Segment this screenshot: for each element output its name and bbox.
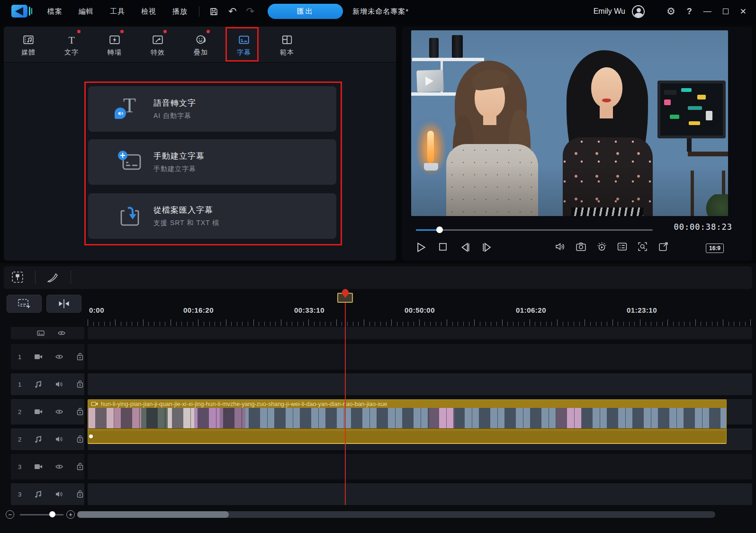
track-lane[interactable]: [88, 454, 752, 479]
mute-toggle-icon[interactable]: [55, 380, 63, 388]
ruler-tick: [546, 322, 547, 326]
ruler-tick: [160, 322, 160, 326]
tab-overlay[interactable]: 疊加: [184, 27, 218, 62]
track-header[interactable]: 3: [11, 483, 84, 505]
tab-templates[interactable]: 範本: [270, 27, 304, 62]
ruler-tick: [148, 322, 149, 326]
tab-effects[interactable]: 特效: [141, 27, 175, 62]
menu-play[interactable]: 播放: [172, 7, 188, 16]
import-file-icon: [116, 204, 147, 228]
ruler-tick: [369, 322, 370, 326]
detach-preview-icon[interactable]: [657, 241, 669, 253]
audio-envelope-point[interactable]: [89, 434, 93, 438]
lock-toggle-icon[interactable]: [76, 380, 84, 388]
app-window: 檔案 編輯 工具 檢視 播放 ↶ ↷ 匯出 新增未命名專案* Emily Wu …: [0, 0, 756, 533]
mute-toggle-icon[interactable]: [55, 490, 63, 498]
new-badge-dot: [77, 30, 81, 33]
progress-handle[interactable]: [436, 226, 443, 233]
tab-transitions[interactable]: 轉場: [98, 27, 132, 62]
split-clip-button[interactable]: [46, 295, 81, 313]
track-row-subtitle: [11, 327, 752, 339]
track-marker-tool[interactable]: [10, 270, 25, 284]
timeline-clip[interactable]: hun-li-ying-pian-jian-ji-quan-jie-xi-xi-…: [88, 399, 727, 444]
visibility-toggle-icon[interactable]: [57, 329, 66, 337]
option-import-subtitle[interactable]: 從檔案匯入字幕 支援 SRT 和 TXT 檔: [88, 193, 336, 239]
track-lane[interactable]: [88, 327, 752, 339]
track-header[interactable]: 3: [11, 454, 84, 479]
redo-button[interactable]: ↷: [245, 6, 256, 17]
tab-media[interactable]: 媒體: [11, 27, 45, 62]
user-name[interactable]: Emily Wu: [594, 7, 625, 16]
track-header[interactable]: [11, 327, 84, 339]
snapshot-icon[interactable]: [575, 241, 587, 253]
option-manual-subtitle[interactable]: 手動建立字幕 手動建立字幕: [88, 139, 336, 185]
play-button[interactable]: [414, 241, 427, 254]
ruler-tick: [165, 322, 165, 326]
help-icon[interactable]: ?: [687, 7, 692, 17]
save-button[interactable]: [208, 6, 220, 18]
timeline-scrollbar[interactable]: [77, 511, 715, 518]
stop-button[interactable]: [437, 241, 449, 253]
track-header[interactable]: 2: [11, 399, 84, 425]
add-subtitle-button[interactable]: [7, 295, 42, 313]
export-button[interactable]: 匯出: [268, 4, 343, 19]
ruler-tick: [430, 322, 431, 326]
blade-cut-tool[interactable]: [46, 270, 60, 284]
tab-text[interactable]: T 文字: [54, 27, 89, 62]
previous-frame-button[interactable]: [459, 241, 472, 254]
playback-progress[interactable]: [416, 226, 653, 234]
timeline-scroll-thumb[interactable]: [77, 511, 229, 518]
ruler-tick: [667, 319, 668, 326]
option-speech-to-text[interactable]: T 語音轉文字 AI 自動字幕: [88, 86, 336, 132]
menu-file[interactable]: 檔案: [47, 7, 63, 16]
ruler-tick: [143, 319, 144, 326]
visibility-toggle-icon[interactable]: [55, 352, 63, 361]
clip-list-icon[interactable]: [616, 241, 628, 253]
track-header[interactable]: 2: [11, 428, 84, 450]
settings-gear-icon[interactable]: ⚙: [666, 6, 675, 17]
visibility-toggle-icon[interactable]: [55, 407, 63, 416]
playhead-pin[interactable]: [342, 289, 349, 294]
lock-toggle-icon[interactable]: [76, 352, 84, 361]
track-lane[interactable]: [88, 344, 752, 370]
close-button[interactable]: ✕: [740, 7, 747, 17]
timeline-ruler[interactable]: 0:00 00:16:20 00:33:10 00:50:00 01:06:20…: [88, 305, 752, 327]
ruler-tick: [181, 322, 182, 326]
user-avatar-icon[interactable]: [632, 5, 645, 18]
playback-speed-icon[interactable]: [596, 241, 608, 253]
progress-track[interactable]: [416, 229, 653, 231]
track-lane[interactable]: [88, 373, 752, 395]
preview-zoom-icon[interactable]: [637, 241, 648, 253]
lock-toggle-icon[interactable]: [76, 407, 84, 416]
tab-subtitles[interactable]: 字幕: [227, 27, 261, 62]
zoom-in-button[interactable]: +: [66, 510, 75, 519]
track-header[interactable]: 1: [11, 373, 84, 395]
maximize-button[interactable]: [723, 9, 729, 14]
minimize-button[interactable]: —: [703, 7, 711, 16]
lock-toggle-icon[interactable]: [76, 490, 84, 498]
lock-toggle-icon[interactable]: [76, 435, 84, 443]
lock-toggle-icon[interactable]: [76, 462, 84, 471]
ruler-tick: [215, 322, 215, 326]
volume-icon[interactable]: [554, 241, 566, 253]
undo-button[interactable]: ↶: [227, 6, 238, 17]
ruler-tick: [209, 322, 210, 326]
mute-toggle-icon[interactable]: [55, 435, 63, 443]
menu-edit[interactable]: 編輯: [79, 7, 94, 16]
track-header[interactable]: 1: [11, 344, 84, 370]
next-frame-button[interactable]: [480, 241, 494, 254]
ruler-tick: [364, 319, 364, 326]
ruler-tick: [739, 322, 740, 326]
menu-view[interactable]: 檢視: [141, 7, 156, 16]
visibility-toggle-icon[interactable]: [55, 462, 63, 471]
video-preview[interactable]: [411, 30, 728, 216]
track-lane[interactable]: [88, 483, 752, 505]
ruler-tick: [242, 322, 243, 326]
ruler-tick: [480, 322, 480, 326]
timeline-zoom-handle[interactable]: [49, 511, 55, 517]
timeline-zoom-slider[interactable]: [20, 514, 63, 515]
menu-tools[interactable]: 工具: [110, 7, 125, 16]
video-track-icon: [34, 352, 43, 361]
zoom-out-button[interactable]: −: [6, 510, 14, 519]
aspect-ratio-badge[interactable]: 16:9: [706, 244, 724, 253]
